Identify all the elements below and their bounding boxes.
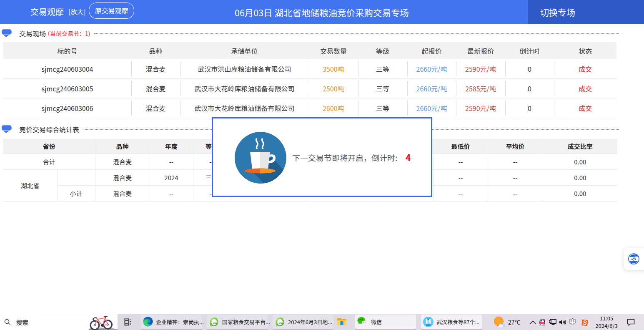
svg-text:S: S bbox=[583, 319, 587, 326]
svg-text:中: 中 bbox=[569, 318, 576, 325]
